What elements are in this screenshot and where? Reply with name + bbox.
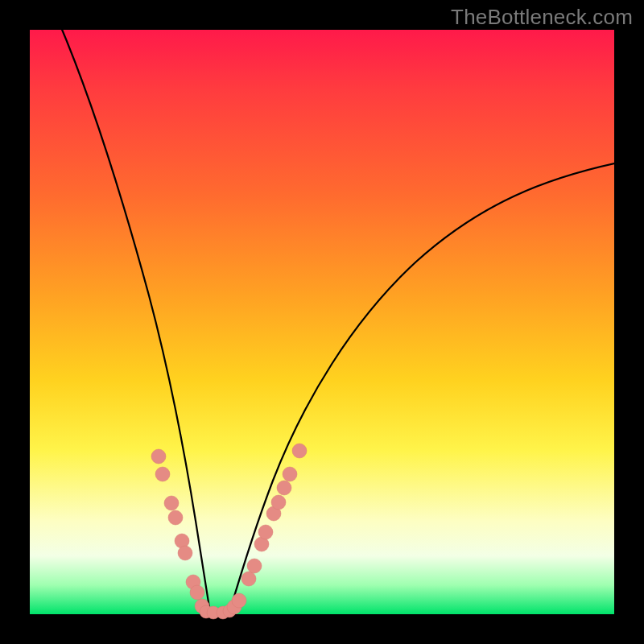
svg-point-21 [277,481,291,495]
svg-point-2 [164,496,179,510]
svg-point-1 [155,467,170,481]
chart-svg [30,30,614,614]
left-curve [59,22,210,613]
svg-point-5 [178,546,192,560]
svg-point-7 [190,585,204,600]
svg-point-23 [292,444,307,458]
data-dots [151,444,307,619]
watermark-text: TheBottleneck.com [451,5,633,30]
svg-point-3 [168,510,183,525]
svg-point-16 [247,559,262,573]
svg-point-18 [258,525,273,539]
svg-point-22 [283,467,297,481]
svg-point-0 [151,449,166,464]
svg-point-20 [271,495,286,510]
svg-point-14 [232,593,246,608]
svg-point-15 [242,572,256,586]
right-curve [229,162,622,613]
chart-plot-area [30,30,614,614]
